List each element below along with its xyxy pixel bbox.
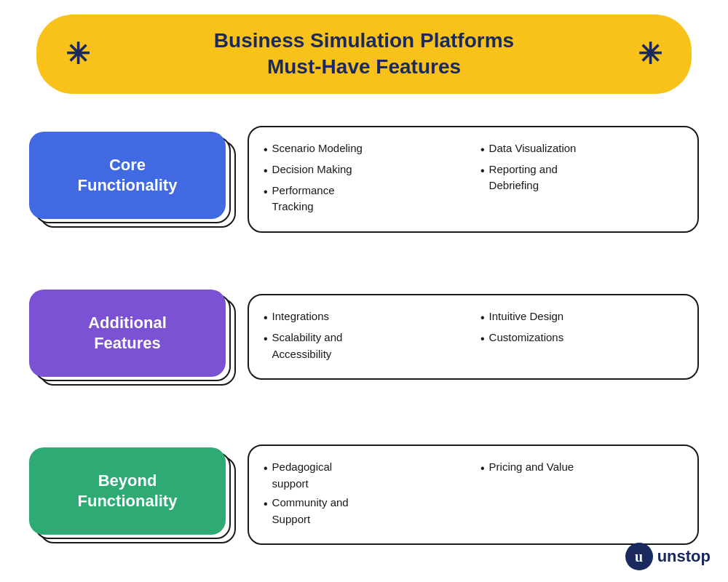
category-box-additional: AdditionalFeatures: [29, 290, 226, 377]
features-col-beyond-2: •Pricing and Value: [480, 459, 683, 530]
feature-row-additional: AdditionalFeatures•Integrations•Scalabil…: [29, 265, 699, 410]
feature-text: Data Visualization: [489, 140, 577, 157]
feature-row-beyond: BeyondFunctionality•Pedagogicalsupport•C…: [29, 423, 699, 567]
feature-item: •Reporting andDebriefing: [480, 162, 683, 194]
feature-text: Intuitive Design: [489, 308, 564, 325]
bullet-icon: •: [480, 309, 485, 327]
features-col-core-2: •Data Visualization•Reporting andDebrief…: [480, 140, 683, 218]
feature-text: Scalability andAccessibility: [272, 330, 343, 362]
feature-text: Customizations: [489, 330, 564, 346]
feature-item: •Community andSupport: [264, 495, 466, 527]
feature-item: •Decision Making: [264, 162, 466, 180]
feature-item: •Data Visualization: [480, 140, 683, 159]
bullet-icon: •: [480, 460, 485, 477]
feature-item: •Pricing and Value: [480, 459, 683, 477]
header-title: Business Simulation Platforms Must-Have …: [214, 28, 514, 81]
feature-text: Community andSupport: [272, 495, 349, 527]
bullet-icon: •: [480, 330, 485, 348]
features-col-additional-2: •Intuitive Design•Customizations: [480, 308, 683, 365]
bullet-icon: •: [480, 141, 485, 159]
bullet-icon: •: [480, 162, 485, 180]
feature-item: •Scenario Modeling: [264, 140, 466, 159]
category-wrapper-core: CoreFunctionality: [29, 132, 233, 226]
feature-text: Decision Making: [272, 162, 352, 178]
bullet-icon: •: [264, 141, 268, 159]
feature-item: •PerformanceTracking: [264, 183, 466, 215]
asterisk-left-icon: ✳: [66, 37, 90, 71]
logo-letter: u: [635, 549, 643, 565]
logo-circle: u: [625, 543, 653, 570]
bullet-icon: •: [264, 460, 268, 477]
feature-text: Integrations: [272, 308, 329, 325]
header-banner: ✳ Business Simulation Platforms Must-Hav…: [36, 15, 692, 94]
asterisk-right-icon: ✳: [638, 37, 662, 71]
logo-container: u unstop: [625, 543, 711, 570]
feature-text: Scenario Modeling: [272, 140, 363, 157]
bullet-icon: •: [264, 330, 268, 348]
features-col-additional-1: •Integrations•Scalability andAccessibili…: [264, 308, 466, 365]
feature-item: •Customizations: [480, 330, 683, 348]
feature-text: PerformanceTracking: [272, 183, 335, 215]
feature-text: Pedagogicalsupport: [272, 459, 333, 492]
features-box-core: •Scenario Modeling•Decision Making•Perfo…: [248, 126, 699, 233]
bullet-icon: •: [264, 309, 268, 327]
features-box-beyond: •Pedagogicalsupport•Community andSupport…: [248, 445, 699, 545]
feature-item: •Intuitive Design: [480, 308, 683, 327]
feature-item: •Integrations: [264, 308, 466, 327]
feature-text: Pricing and Value: [489, 459, 574, 476]
feature-item: •Scalability andAccessibility: [264, 330, 466, 362]
category-box-beyond: BeyondFunctionality: [29, 447, 226, 535]
main-container: ✳ Business Simulation Platforms Must-Hav…: [0, 0, 728, 582]
features-col-core-1: •Scenario Modeling•Decision Making•Perfo…: [264, 140, 466, 218]
bullet-icon: •: [264, 495, 268, 513]
feature-item: •Pedagogicalsupport: [264, 459, 466, 492]
feature-row-core: CoreFunctionality•Scenario Modeling•Deci…: [29, 107, 699, 252]
logo-text: unstop: [657, 547, 711, 566]
bullet-icon: •: [264, 183, 268, 201]
features-col-beyond-1: •Pedagogicalsupport•Community andSupport: [264, 459, 466, 530]
bullet-icon: •: [264, 162, 268, 180]
features-box-additional: •Integrations•Scalability andAccessibili…: [248, 294, 699, 380]
category-wrapper-beyond: BeyondFunctionality: [29, 447, 233, 542]
category-wrapper-additional: AdditionalFeatures: [29, 290, 233, 384]
category-box-core: CoreFunctionality: [29, 132, 226, 219]
feature-text: Reporting andDebriefing: [489, 162, 558, 194]
